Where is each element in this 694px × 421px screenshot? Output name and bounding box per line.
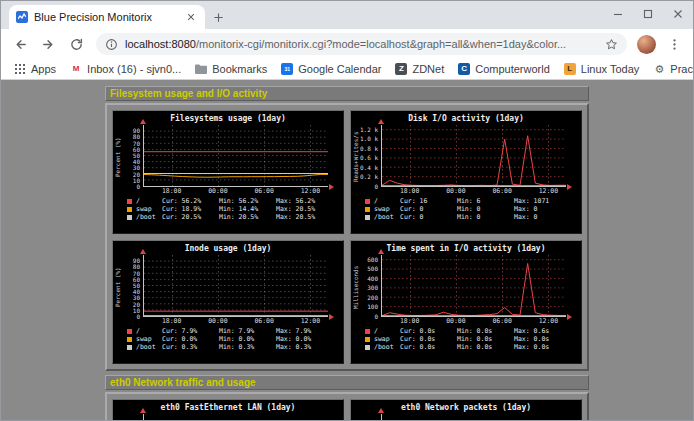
bookmark-star-icon[interactable] — [605, 38, 618, 51]
profile-avatar[interactable] — [637, 35, 656, 54]
chart-time-in-io[interactable]: Time spent in I/O activity (1day) Millis… — [350, 240, 582, 364]
series- — [382, 263, 566, 315]
y-tick-label: 90 — [133, 258, 140, 264]
letter-icon: C — [458, 63, 470, 75]
legend-row: /bootCur: 0.3%Min: 0.3%Max: 0.3% — [127, 343, 339, 351]
bookmark-label: Google Calendar — [298, 63, 381, 75]
close-button-icon[interactable] — [663, 1, 693, 27]
chart-eth0-packets[interactable]: eth0 Network packets (1day) 1.0 — [350, 399, 582, 420]
series-swap — [144, 174, 328, 177]
bookmark-bookmarks[interactable]: Bookmarks — [190, 61, 272, 78]
plot-area — [143, 255, 328, 317]
page-info-icon[interactable] — [105, 38, 118, 51]
chart-eth0-traffic[interactable]: eth0 FastEthernet LAN (1day) 1.0 — [112, 399, 344, 420]
x-tick-label: 12:00 — [539, 318, 559, 325]
apps-grid-icon — [14, 63, 26, 75]
bookmark-label: Bookmarks — [212, 63, 267, 75]
y-tick-label: 300 — [367, 285, 378, 291]
new-tab-button[interactable] — [205, 5, 231, 29]
y-tick-label: 200 — [367, 295, 378, 301]
bookmark-zdnet[interactable]: ZZDNet — [390, 61, 449, 78]
y-tick-label: 70 — [133, 271, 140, 277]
legend-min-value: Min: 0 — [457, 214, 514, 221]
plot-area — [381, 414, 566, 420]
legend-min-value: Min: 0.3% — [219, 344, 276, 351]
y-tick-label: 400 — [367, 276, 378, 282]
legend-max-value: Max: 0.0% — [276, 336, 333, 343]
x-tick-label: 00:00 — [446, 318, 466, 325]
legend-min-value: Min: 6 — [457, 198, 514, 205]
plot-area — [381, 255, 566, 317]
legend-row: swapCur: 0Min: 0Max: 0 — [365, 205, 577, 213]
browser-tab[interactable]: Blue Precision Monitorix — [9, 5, 205, 29]
legend-min-value: Min: 14.4% — [219, 206, 276, 213]
legend-cur-value: Cur: 20.5% — [162, 214, 219, 221]
y-tick-label: 0 — [374, 314, 378, 320]
bookmark-label: Practical Technol... — [670, 63, 694, 75]
legend-row: /bootCur: 0.0sMin: 0.0sMax: 0.0s — [365, 343, 577, 351]
letter-icon: M — [70, 63, 82, 75]
legend-series-name: /boot — [374, 344, 400, 351]
bookmark-google-calendar[interactable]: 31Google Calendar — [276, 61, 386, 78]
legend-row: /bootCur: 0Min: 0Max: 0 — [365, 213, 577, 221]
chart-inode-usage[interactable]: Inode usage (1day) Percent (%) 010203040… — [112, 240, 344, 364]
y-tick-label: 70 — [133, 141, 140, 147]
bookmark-practical-technol[interactable]: ⚙Practical Technol... — [648, 61, 694, 78]
x-tick-label: 18:00 — [162, 318, 182, 325]
y-tick-label: 80 — [133, 134, 140, 140]
legend-max-value: Max: 0.6s — [514, 328, 571, 335]
legend-cur-value: Cur: 0 — [400, 206, 457, 213]
bookmark-linux-today[interactable]: LLinux Today — [559, 61, 645, 78]
y-tick-label: 40 — [133, 289, 140, 295]
legend-cur-value: Cur: 16 — [400, 198, 457, 205]
chrome-menu-icon[interactable] — [661, 31, 687, 57]
chart-filesystems-usage[interactable]: Filesystems usage (1day) Percent (%) 010… — [112, 110, 344, 234]
y-axis-ticks: 0100200300400500600 — [355, 255, 381, 317]
y-tick-label: 80 — [133, 264, 140, 270]
minimize-button-icon[interactable] — [603, 1, 633, 27]
legend-min-value: Min: 0.0s — [457, 336, 514, 343]
legend-color-swatch — [127, 207, 132, 212]
bookmark-label: Inbox (16) - sjvn0... — [87, 63, 181, 75]
maximize-button-icon[interactable] — [633, 1, 663, 27]
forward-button-icon[interactable] — [35, 31, 61, 57]
legend-row: /bootCur: 20.5%Min: 20.5%Max: 20.5% — [127, 213, 339, 221]
reload-button-icon[interactable] — [63, 31, 89, 57]
legend-min-value: Min: 0 — [457, 206, 514, 213]
legend-min-value: Min: 20.5% — [219, 214, 276, 221]
x-tick-label: 12:00 — [301, 318, 321, 325]
legend-max-value: Max: 7.9% — [276, 328, 333, 335]
tab-strip: Blue Precision Monitorix — [1, 1, 693, 29]
plot-area — [143, 414, 328, 420]
address-bar[interactable]: localhost:8080/monitorix-cgi/monitorix.c… — [96, 33, 627, 55]
bookmark-computerworld[interactable]: CComputerworld — [453, 61, 555, 78]
monitorix-favicon-icon — [16, 11, 28, 23]
x-tick-label: 00:00 — [208, 318, 228, 325]
bookmark-inbox-16-sjvn0[interactable]: MInbox (16) - sjvn0... — [65, 61, 186, 78]
chart-title: Disk I/O activity (1day) — [355, 114, 577, 124]
legend-max-value: Max: 56.2% — [276, 198, 333, 205]
network-charts-box: eth0 FastEthernet LAN (1day) 1.0 eth0 Ne… — [105, 392, 589, 420]
chart-legend: /Cur: 0.0sMin: 0.0sMax: 0.6sswapCur: 0.0… — [365, 327, 577, 351]
legend-cur-value: Cur: 0.0% — [162, 336, 219, 343]
chart-disk-io-activity[interactable]: Disk I/O activity (1day) Reads+Writes/s … — [350, 110, 582, 234]
legend-max-value: Max: 1071 — [514, 198, 571, 205]
y-tick-label: 60 — [133, 147, 140, 153]
y-axis-ticks: 1.0 — [355, 414, 381, 420]
bookmark-apps[interactable]: Apps — [9, 61, 61, 78]
y-tick-label: 600 — [367, 257, 378, 263]
legend-series-name: /boot — [136, 214, 162, 221]
tab-close-icon[interactable] — [184, 10, 198, 24]
back-button-icon[interactable] — [7, 31, 33, 57]
legend-color-swatch — [365, 199, 370, 204]
legend-row: /Cur: 56.2%Min: 56.2%Max: 56.2% — [127, 197, 339, 205]
url-host: localhost:8080 — [125, 38, 196, 50]
page-content[interactable]: Filesystem usage and I/O activity Filesy… — [1, 80, 693, 420]
legend-row: /Cur: 7.9%Min: 7.9%Max: 7.9% — [127, 327, 339, 335]
y-tick-label: 40 — [133, 159, 140, 165]
url-path: /monitorix-cgi/monitorix.cgi?mode=localh… — [196, 38, 566, 50]
y-tick-label: 30 — [133, 295, 140, 301]
legend-color-swatch — [127, 215, 132, 220]
chart-legend: /Cur: 16Min: 6Max: 1071swapCur: 0Min: 0M… — [365, 197, 577, 221]
folder-icon — [195, 63, 207, 75]
